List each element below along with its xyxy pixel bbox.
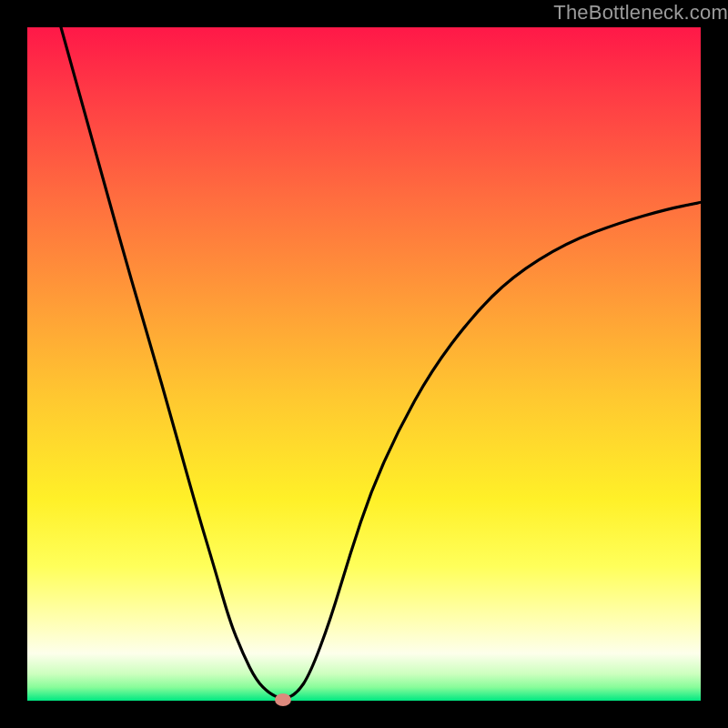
bottleneck-curve-path [61,27,701,698]
chart-root: TheBottleneck.com [0,0,728,728]
min-point-marker [275,693,291,706]
plot-area [27,27,701,701]
curve-svg [27,27,701,701]
watermark-text: TheBottleneck.com [553,1,728,25]
